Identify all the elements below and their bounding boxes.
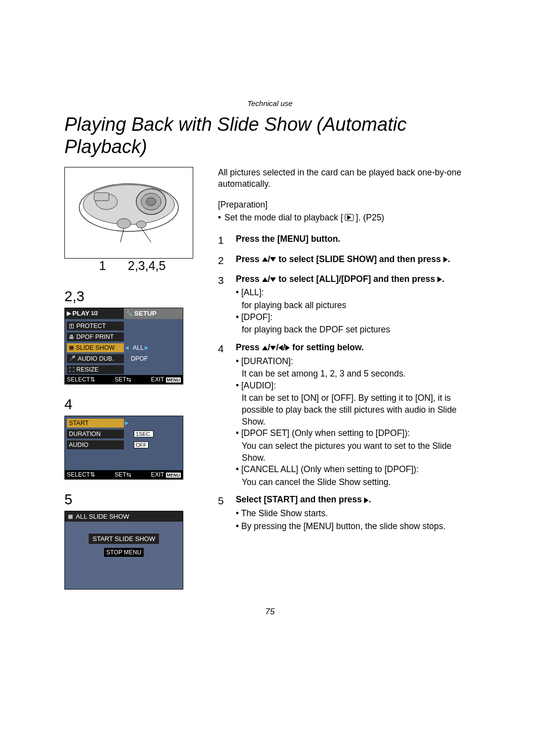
- tab-play-label: PLAY: [72, 310, 90, 317]
- menu-footer-4: SELECT⇅ SET⇆ EXIT MENU: [65, 470, 183, 479]
- step3-b1-text: for playing back all pictures: [242, 300, 476, 312]
- playback-mode-icon: [345, 214, 354, 221]
- manual-page: Technical use Playing Back with Slide Sh…: [0, 0, 535, 647]
- menu-value-duration: 1SEC.: [134, 431, 154, 437]
- menu-footer: SELECT⇅ SET⇆ EXIT MENU: [65, 375, 183, 384]
- steps-list: 1 Press the [MENU] button. 2 Press / to …: [218, 233, 476, 533]
- step3-b1-label: [ALL]:: [236, 287, 476, 299]
- left-arrow-icon: [278, 345, 283, 351]
- menu-value-dpof: DPOF: [131, 355, 148, 362]
- callout-1: 1: [99, 259, 106, 273]
- menu-value-audio: OFF: [134, 441, 149, 448]
- tab-play: ▶ PLAY 1/2: [65, 308, 124, 319]
- menu-screen-4: START ▶ DURATION 1SEC. AUDIO OFF SELECT⇅…: [64, 416, 183, 480]
- mic-icon: 🎤: [69, 355, 76, 362]
- step5-b1: The Slide Show starts.: [236, 508, 476, 520]
- screen5-start: START SLIDE SHOW: [89, 534, 159, 544]
- camera-illustration: [64, 167, 193, 259]
- tab-play-page: 1/2: [91, 311, 98, 316]
- step4-b4-text: You can cancel the Slide Show setting.: [242, 477, 476, 488]
- step4-b1-text: It can be set among 1, 2, 3 and 5 second…: [242, 368, 476, 380]
- intro-text: All pictures selected in the card can be…: [218, 167, 476, 190]
- menu-badge: MENU: [166, 378, 181, 382]
- screen5-stop-label: STOP: [107, 549, 122, 556]
- menu-protect: ⚿PROTECT: [67, 322, 124, 330]
- tab-setup: 🔧 SETUP: [124, 308, 183, 319]
- down-arrow-icon: [270, 346, 276, 350]
- menu-audio: AUDIO: [67, 440, 124, 449]
- right-arrow-icon: [285, 345, 290, 351]
- left-column: 1 2,3,4,5 2,3 ▶ PLAY 1/2 🔧 SETUP: [64, 167, 203, 590]
- content-columns: 1 2,3,4,5 2,3 ▶ PLAY 1/2 🔧 SETUP: [64, 167, 476, 590]
- menu-screen-5: ▦ ALL SLIDE SHOW START SLIDE SHOW STOP M…: [64, 511, 183, 590]
- leftright-icon: ⇆: [126, 376, 131, 383]
- leftright-icon: ⇆: [126, 471, 131, 478]
- resize-icon: ⛶: [69, 367, 74, 373]
- step1-head: Press the [MENU] button.: [236, 234, 340, 244]
- arrow-left-icon: ◀: [125, 345, 129, 350]
- arrow-right-icon: ▶: [125, 420, 129, 426]
- step3-head: Press / to select [ALL]/[DPOF] and then …: [236, 273, 476, 285]
- section-category: Technical use: [64, 99, 476, 108]
- updown-icon: ⇅: [90, 471, 95, 478]
- preparation-label: [Preparation]: [218, 199, 476, 211]
- footer-exit: EXIT: [151, 376, 164, 383]
- step4-b1-label: [DURATION]:: [236, 356, 476, 368]
- step-3: 3 Press / to select [ALL]/[DPOF] and the…: [218, 273, 476, 336]
- step3-b2-text: for playing back the DPOF set pictures: [242, 324, 476, 336]
- footer-set: SET: [115, 376, 126, 383]
- screen5-stop: STOP MENU: [104, 548, 144, 557]
- step2-head: Press / to select [SLIDE SHOW] and then …: [236, 254, 450, 264]
- step-5: 5 Select [START] and then press . The Sl…: [218, 494, 476, 533]
- section-label-23: 2,3: [64, 288, 203, 305]
- menu-audio-dub: 🎤AUDIO DUB.: [67, 354, 124, 363]
- step5-b2: By pressing the [MENU] button, the slide…: [236, 521, 476, 533]
- section-label-5: 5: [64, 491, 203, 508]
- page-number: 75: [64, 607, 476, 617]
- footer-select-4: SELECT: [67, 471, 90, 478]
- up-arrow-icon: [262, 257, 268, 262]
- step4-b2-text: It can be set to [ON] or [OFF]. By setti…: [242, 392, 476, 428]
- arrow-right-icon: ▶: [145, 345, 149, 350]
- step-1: 1 Press the [MENU] button.: [218, 233, 476, 247]
- step4-b4-label: [CANCEL ALL] (Only when setting to [DPOF…: [236, 464, 476, 476]
- camera-icon: [77, 178, 181, 247]
- down-arrow-icon: [270, 257, 276, 262]
- svg-point-8: [136, 221, 146, 228]
- down-arrow-icon: [270, 277, 276, 282]
- wrench-icon: 🔧: [126, 310, 133, 317]
- section-label-4: 4: [64, 396, 203, 413]
- menu-start: START: [67, 419, 124, 428]
- slideshow-icon: ▦: [69, 344, 74, 351]
- updown-icon: ⇅: [90, 376, 95, 383]
- footer-set-4: SET: [115, 471, 126, 478]
- preparation-item: • Set the mode dial to playback [ ]. (P2…: [218, 212, 476, 224]
- step4-b3-label: [DPOF SET] (Only when setting to [DPOF])…: [236, 428, 476, 439]
- menu-resize: ⛶RESIZE: [67, 365, 124, 374]
- menu-badge-4: MENU: [166, 473, 181, 478]
- menu-screen-23: ▶ PLAY 1/2 🔧 SETUP ⚿PROTECT 🖶DPOF PRINT …: [64, 308, 183, 384]
- step-2: 2 Press / to select [SLIDE SHOW] and the…: [218, 254, 476, 268]
- step4-b2-label: [AUDIO]:: [236, 380, 476, 392]
- svg-point-4: [146, 198, 156, 206]
- menu-value-all: ALL: [133, 344, 144, 351]
- svg-line-9: [120, 228, 124, 242]
- up-arrow-icon: [262, 346, 268, 350]
- slideshow-icon: ▦: [68, 513, 73, 520]
- print-icon: 🖶: [69, 334, 74, 340]
- right-arrow-icon: [443, 257, 448, 263]
- play-icon: ▶: [67, 310, 71, 317]
- right-column: All pictures selected in the card can be…: [218, 167, 476, 590]
- key-icon: ⚿: [69, 323, 74, 329]
- svg-rect-6: [94, 193, 109, 201]
- page-title: Playing Back with Slide Show (Automatic …: [64, 113, 476, 158]
- footer-exit-4: EXIT: [151, 471, 164, 478]
- screen5-header-label: ALL SLIDE SHOW: [76, 513, 129, 520]
- callout-2: 2,3,4,5: [128, 259, 165, 273]
- step-4: 4 Press /// for setting below. [DURATION…: [218, 342, 476, 488]
- menu-slide-show: ▦SLIDE SHOW: [67, 343, 124, 352]
- up-arrow-icon: [262, 277, 268, 282]
- step4-head: Press /// for setting below.: [236, 342, 476, 354]
- step4-b3-text: You can select the pictures you want to …: [242, 440, 476, 464]
- menu-badge-5: MENU: [124, 549, 141, 556]
